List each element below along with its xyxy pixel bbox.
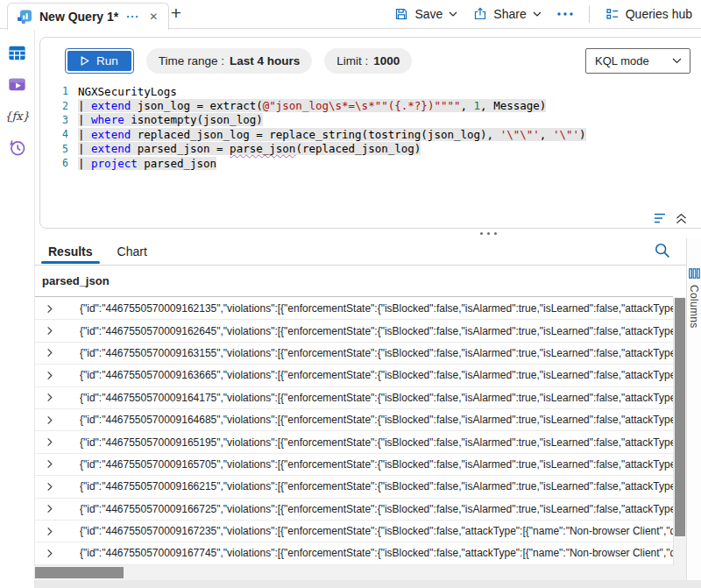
tab-more-icon[interactable]: ··· — [125, 11, 140, 22]
line-number: 3 — [40, 114, 78, 126]
chevron-down-icon — [533, 11, 542, 17]
time-range-label: Time range : — [159, 54, 224, 67]
row-expand-chevron-icon[interactable] — [45, 527, 57, 536]
vertical-scrollbar — [673, 297, 686, 565]
time-range-value: Last 4 hours — [230, 54, 300, 67]
code-editor[interactable]: 1NGXSecurityLogs2| extend json_log = ext… — [40, 84, 701, 207]
more-icon — [557, 12, 573, 16]
results-tabbar: Results Chart — [35, 238, 147, 265]
table-row[interactable]: {"id":"4467550570009164175","violations"… — [35, 387, 673, 409]
row-expand-chevron-icon[interactable] — [45, 348, 57, 358]
row-json-text: {"id":"4467550570009165705","violations"… — [80, 458, 673, 471]
share-button[interactable]: Share — [473, 7, 541, 21]
horizontal-scrollbar-thumb[interactable] — [35, 567, 124, 578]
table-row[interactable]: {"id":"4467550570009166725","violations"… — [35, 499, 673, 521]
functions-icon: {ƒx} — [4, 110, 30, 123]
code-line: 5| extend parsed_json = parse_json(repla… — [40, 142, 701, 156]
columns-panel-label: Columns — [688, 285, 700, 328]
code-line-content: | project parsed_json — [78, 157, 216, 170]
search-button[interactable] — [654, 240, 675, 261]
row-json-text: {"id":"4467550570009167745","violations"… — [80, 547, 673, 559]
run-label: Run — [96, 54, 118, 67]
table-row[interactable]: {"id":"4467550570009165705","violations"… — [35, 454, 673, 476]
row-expand-chevron-icon[interactable] — [45, 437, 57, 447]
tab-close-icon[interactable]: ✕ — [147, 11, 159, 23]
columns-icon — [689, 268, 700, 279]
topbar-actions: Save Share — [394, 0, 692, 28]
code-line-content: | extend json_log = extract(@"json_log\s… — [78, 99, 546, 112]
run-button[interactable]: Run — [65, 48, 134, 74]
table-row[interactable]: {"id":"4467550570009164685","violations"… — [35, 409, 673, 431]
row-expand-chevron-icon[interactable] — [45, 326, 57, 336]
column-header-parsed-json[interactable]: parsed_json — [35, 266, 673, 297]
sidebar-item-functions[interactable]: {ƒx} — [0, 100, 35, 131]
row-expand-chevron-icon[interactable] — [45, 504, 57, 514]
row-expand-chevron-icon[interactable] — [45, 482, 57, 492]
row-json-text: {"id":"4467550570009163665","violations"… — [80, 369, 673, 381]
table-row[interactable]: {"id":"4467550570009167235","violations"… — [35, 521, 673, 542]
code-line-content: | where isnotempty(json_log) — [78, 113, 263, 126]
save-label: Save — [414, 7, 443, 21]
collapse-editor-button[interactable] — [676, 212, 687, 224]
columns-panel-tab[interactable]: Columns — [686, 238, 701, 580]
table-row[interactable]: {"id":"4467550570009163155","violations"… — [35, 343, 673, 365]
kql-mode-select[interactable]: KQL mode — [585, 48, 690, 74]
row-json-text: {"id":"4467550570009167235","violations"… — [80, 525, 673, 537]
chevron-down-icon — [672, 58, 682, 64]
query-panel: Run Time range : Last 4 hours Limit : 10… — [39, 37, 701, 229]
table-icon — [7, 43, 27, 63]
row-expand-chevron-icon[interactable] — [45, 304, 57, 314]
app-logo-icon — [17, 9, 32, 25]
recall-list-button[interactable] — [653, 212, 667, 224]
sidebar-item-tables[interactable] — [0, 37, 35, 68]
vertical-scrollbar-thumb[interactable] — [675, 298, 685, 536]
line-number: 6 — [40, 157, 78, 169]
sidebar-item-query-history[interactable] — [0, 131, 35, 163]
share-icon — [473, 7, 487, 21]
queries-hub-label: Queries hub — [626, 7, 692, 21]
grid-rows: {"id":"4467550570009162135","violations"… — [35, 298, 673, 565]
editor-footer — [653, 212, 687, 224]
history-clock-icon — [7, 138, 27, 158]
row-expand-chevron-icon[interactable] — [45, 415, 57, 425]
table-row[interactable]: {"id":"4467550570009163665","violations"… — [35, 365, 673, 386]
table-row[interactable]: {"id":"4467550570009162135","violations"… — [35, 298, 673, 320]
table-row[interactable]: {"id":"4467550570009165195","violations"… — [35, 431, 673, 453]
code-line: 1NGXSecurityLogs — [40, 84, 701, 98]
code-line: 2| extend json_log = extract(@"json_log\… — [40, 98, 701, 112]
kql-mode-value: KQL mode — [595, 54, 649, 67]
run-play-icon — [81, 56, 89, 66]
row-json-text: {"id":"4467550570009162645","violations"… — [80, 325, 673, 337]
table-row[interactable]: {"id":"4467550570009162645","violations"… — [35, 320, 673, 342]
limit-picker[interactable]: Limit : 1000 — [324, 48, 412, 74]
tab-results[interactable]: Results — [48, 238, 93, 265]
row-json-text: {"id":"4467550570009164685","violations"… — [80, 414, 673, 426]
row-expand-chevron-icon[interactable] — [45, 393, 57, 402]
collapse-up-icon — [676, 212, 687, 224]
tab-new-query[interactable]: New Query 1* ··· ✕ — [7, 3, 169, 30]
table-row[interactable]: {"id":"4467550570009166215","violations"… — [35, 476, 673, 498]
time-range-picker[interactable]: Time range : Last 4 hours — [146, 48, 313, 74]
row-expand-chevron-icon[interactable] — [45, 459, 57, 469]
save-icon — [394, 7, 408, 21]
code-line-content: NGXSecurityLogs — [78, 85, 177, 98]
more-button[interactable] — [557, 12, 573, 16]
line-number: 2 — [40, 100, 78, 112]
format-lines-icon — [653, 212, 667, 224]
tab-chart[interactable]: Chart — [117, 238, 147, 265]
table-row[interactable]: {"id":"4467550570009167745","violations"… — [35, 542, 673, 564]
queries-hub-button[interactable]: Queries hub — [605, 7, 692, 21]
query-play-icon — [7, 74, 27, 95]
left-rail: {ƒx} — [0, 28, 35, 588]
splitter-handle[interactable] — [480, 232, 497, 235]
save-button[interactable]: Save — [394, 7, 457, 21]
row-expand-chevron-icon[interactable] — [45, 371, 57, 380]
horizontal-scrollbar — [35, 565, 686, 580]
limit-label: Limit : — [336, 54, 368, 67]
share-label: Share — [493, 7, 526, 21]
sidebar-item-saved-queries[interactable] — [0, 68, 35, 100]
divider — [589, 5, 590, 23]
row-expand-chevron-icon[interactable] — [45, 549, 57, 558]
limit-value: 1000 — [373, 54, 400, 67]
line-number: 5 — [40, 143, 78, 155]
